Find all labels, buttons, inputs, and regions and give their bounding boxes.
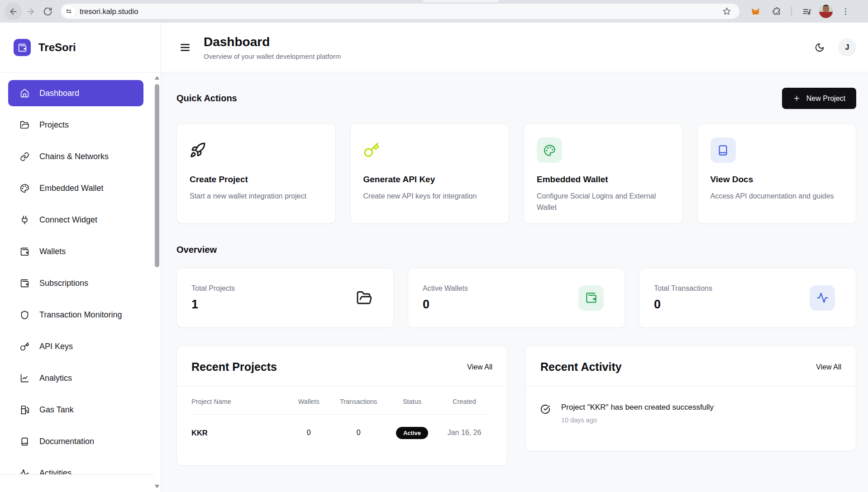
browser-forward-button[interactable] <box>22 3 39 20</box>
sidebar-item-label: Gas Tank <box>39 405 74 415</box>
card-title: Create Project <box>190 175 323 184</box>
moon-icon <box>815 43 825 52</box>
stat-active-wallets: Active Wallets 0 <box>408 268 625 328</box>
palette-icon <box>544 144 556 156</box>
created-cell: Jan 16, 26 <box>436 429 492 437</box>
recent-activity-heading: Recent Activity <box>540 360 622 374</box>
book-icon <box>20 437 29 446</box>
table-header-row: Project Name Wallets Transactions Status… <box>191 388 492 415</box>
activity-icon <box>20 468 29 475</box>
overview-heading: Overview <box>176 245 856 255</box>
sidebar-item-label: Chains & Networks <box>39 152 109 161</box>
recent-projects-panel: Recent Projects View All Project Name Wa… <box>176 345 507 466</box>
sidebar-bottom-divider <box>0 474 154 475</box>
wallet-icon <box>18 43 27 52</box>
card-description: Create new API keys for integration <box>363 190 496 202</box>
sidebar-item-label: Connect Widget <box>39 215 97 225</box>
toolbar-divider <box>791 7 792 16</box>
sidebar-item-transaction-monitoring[interactable]: Transaction Monitoring <box>8 302 143 328</box>
brand: TreSori <box>0 23 161 73</box>
browser-back-button[interactable] <box>5 3 22 20</box>
rocket-icon <box>190 142 206 158</box>
url-bar[interactable]: tresori.kalp.studio <box>61 4 739 19</box>
extensions-button[interactable] <box>768 3 785 20</box>
sidebar-item-projects[interactable]: Projects <box>8 112 143 138</box>
sidebar-item-gas-tank[interactable]: Gas Tank <box>8 397 143 423</box>
site-info-button[interactable] <box>63 5 75 17</box>
browser-toolbar: tresori.kalp.studio <box>0 0 868 23</box>
page-subtitle: Overview of your wallet development plat… <box>204 52 341 60</box>
url-text[interactable]: tresori.kalp.studio <box>80 7 720 16</box>
quick-action-generate-api-key[interactable]: Generate API Key Create new API keys for… <box>350 123 510 224</box>
wallet-icon <box>585 292 597 304</box>
activity-timestamp: 10 days ago <box>561 416 714 424</box>
palette-icon <box>20 184 29 193</box>
reload-icon <box>43 7 52 16</box>
browser-profile-avatar[interactable] <box>819 5 833 18</box>
scrollbar-down-arrow[interactable] <box>155 485 159 488</box>
column-header: Transactions <box>329 398 388 405</box>
new-project-button[interactable]: New Project <box>782 88 856 109</box>
sidebar-item-label: Dashboard <box>39 89 79 98</box>
media-controls-button[interactable] <box>798 3 815 20</box>
playlist-music-icon <box>802 7 811 16</box>
puzzle-icon <box>772 7 782 16</box>
sidebar-item-chains-networks[interactable]: Chains & Networks <box>8 143 143 170</box>
browser-tab-edge <box>423 0 499 2</box>
bookmark-button[interactable] <box>720 5 733 18</box>
stat-total-projects: Total Projects 1 <box>176 268 394 328</box>
sidebar-item-dashboard[interactable]: Dashboard <box>8 80 143 106</box>
brand-logo <box>14 39 31 56</box>
browser-menu-button[interactable] <box>837 3 854 20</box>
chart-line-icon <box>20 374 29 383</box>
sidebar-item-subscriptions[interactable]: Subscriptions <box>8 270 143 296</box>
theme-toggle-button[interactable] <box>815 43 825 52</box>
sidebar-item-connect-widget[interactable]: Connect Widget <box>8 207 143 233</box>
sidebar-item-label: Projects <box>39 120 69 130</box>
quick-action-create-project[interactable]: Create Project Start a new wallet integr… <box>176 123 336 224</box>
sidebar-item-documentation[interactable]: Documentation <box>8 428 143 454</box>
sidebar-item-api-keys[interactable]: API Keys <box>8 333 143 360</box>
shield-icon <box>20 310 29 320</box>
recent-projects-view-all-link[interactable]: View All <box>467 363 492 371</box>
browser-reload-button[interactable] <box>39 3 56 20</box>
status-cell: Active <box>388 427 436 439</box>
sidebar-item-label: Activities <box>39 468 72 475</box>
metamask-extension-button[interactable] <box>747 3 764 20</box>
arrow-left-icon <box>9 7 18 16</box>
sidebar-scrollbar[interactable] <box>154 73 160 492</box>
stat-label: Active Wallets <box>423 284 468 293</box>
sidebar-item-label: Analytics <box>39 374 72 383</box>
sidebar-item-label: Transaction Monitoring <box>39 310 122 320</box>
three-dots-icon <box>841 7 850 16</box>
user-avatar[interactable]: J <box>838 38 856 57</box>
quick-action-view-docs[interactable]: View Docs Access API documentation and g… <box>697 123 857 224</box>
arrow-right-icon <box>26 7 35 16</box>
quick-action-embedded-wallet[interactable]: Embedded Wallet Configure Social Logins … <box>524 123 683 224</box>
recent-projects-table: Project Name Wallets Transactions Status… <box>177 387 507 465</box>
recent-activity-view-all-link[interactable]: View All <box>816 363 841 371</box>
link-icon <box>20 152 29 161</box>
fuel-icon <box>20 405 29 415</box>
new-project-label: New Project <box>806 95 845 103</box>
stat-value: 1 <box>191 298 235 312</box>
sidebar-item-analytics[interactable]: Analytics <box>8 365 143 391</box>
sidebar-item-activities[interactable]: Activities <box>8 460 143 474</box>
sidebar-nav: Dashboard Projects Chains & Networks Emb… <box>0 73 161 474</box>
sidebar-item-wallets[interactable]: Wallets <box>8 238 143 265</box>
page-title: Dashboard <box>204 35 341 49</box>
recent-projects-heading: Recent Projects <box>191 360 277 374</box>
scrollbar-up-arrow[interactable] <box>155 76 159 80</box>
hamburger-menu-button[interactable] <box>179 42 191 53</box>
quick-actions-grid: Create Project Start a new wallet integr… <box>176 123 856 224</box>
stat-label: Total Projects <box>191 284 235 293</box>
stat-label: Total Transactions <box>654 284 712 293</box>
stat-value: 0 <box>423 298 468 312</box>
column-header: Project Name <box>191 398 288 405</box>
scrollbar-thumb[interactable] <box>155 84 159 267</box>
column-header: Wallets <box>288 398 329 405</box>
sidebar-item-embedded-wallet[interactable]: Embedded Wallet <box>8 175 143 201</box>
card-title: Generate API Key <box>363 175 496 184</box>
table-row[interactable]: KKR 0 0 Active Jan 16, 26 <box>191 415 492 451</box>
browser-extensions-area <box>747 3 854 20</box>
